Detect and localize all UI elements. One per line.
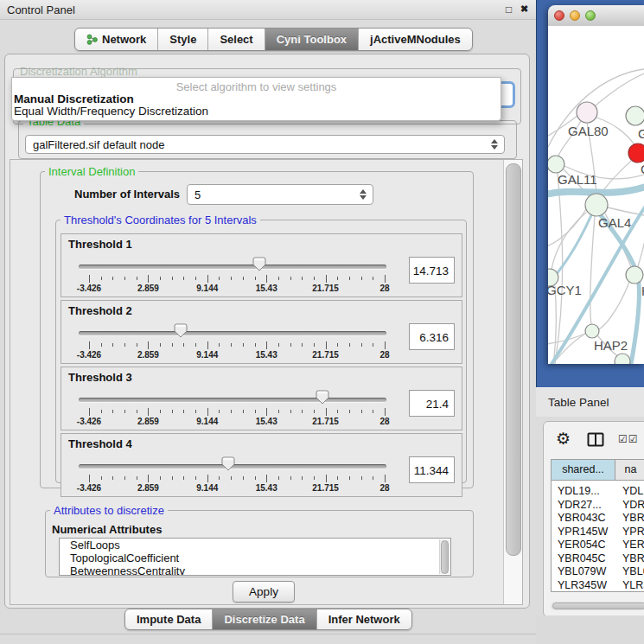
cell-shared-name[interactable]: YDL19... xyxy=(552,485,615,499)
cell-shared-name[interactable]: YBL079W xyxy=(552,565,615,579)
network-canvas[interactable]: GAL80GACGAL11GAL4GCY1HHAP2 xyxy=(548,26,644,364)
horizontal-scrollbar[interactable] xyxy=(551,602,644,610)
network-window-titlebar[interactable] xyxy=(548,5,644,27)
cell-name[interactable]: YPR1 xyxy=(615,526,644,539)
table-row[interactable]: YBL079WYBL0 xyxy=(552,565,644,579)
split-view-icon[interactable] xyxy=(587,432,604,450)
slider-thumb[interactable] xyxy=(220,456,236,472)
minor-tick xyxy=(361,277,362,280)
cell-name[interactable]: YDL1 xyxy=(615,485,644,499)
zoom-traffic-light[interactable] xyxy=(585,10,596,21)
threshold-value-field[interactable]: 21.4 xyxy=(409,390,455,417)
slider-thumb[interactable] xyxy=(315,390,330,405)
list-scrollbar[interactable] xyxy=(439,539,450,574)
network-node-green[interactable] xyxy=(585,324,599,338)
attribute-list-item[interactable]: SelfLoops xyxy=(60,539,450,552)
edge[interactable] xyxy=(590,216,595,325)
column-header-shared-name[interactable]: shared... xyxy=(552,460,615,480)
float-window-icon[interactable]: □ xyxy=(506,3,512,16)
cell-name[interactable]: YER0 xyxy=(615,539,644,552)
table-row[interactable]: YLR345WYLR3 xyxy=(552,579,644,593)
table-row[interactable]: YPR145WYPR1 xyxy=(552,526,644,539)
minor-tick xyxy=(195,343,196,347)
numerical-attributes-list[interactable]: SelfLoopsTopologicalCoefficientBetweenne… xyxy=(59,538,451,576)
network-node-green[interactable] xyxy=(626,266,643,284)
major-tick xyxy=(385,408,386,416)
minimize-traffic-light[interactable] xyxy=(570,10,580,21)
column-header-name[interactable]: na xyxy=(615,460,644,480)
horizontal-scrollbar-thumb[interactable] xyxy=(552,603,644,609)
thresholds-group-title: Threshold's Coordinates for 5 Intervals xyxy=(61,214,260,226)
tick-label: 2.859 xyxy=(122,417,174,426)
network-node-pink[interactable] xyxy=(577,102,597,123)
popup-option-manual-discretization[interactable]: Manual Discretization xyxy=(14,92,134,105)
tab-select[interactable]: Select xyxy=(207,29,264,50)
tab-jactivemnodules[interactable]: jActiveMNodules xyxy=(358,29,472,50)
cell-shared-name[interactable]: YBR045C xyxy=(552,552,615,566)
number-of-intervals-combo[interactable]: 5 xyxy=(187,184,373,205)
network-node-green[interactable] xyxy=(626,106,644,125)
cell-shared-name[interactable]: YDR27... xyxy=(552,499,615,513)
apply-button[interactable]: Apply xyxy=(233,581,295,603)
tick-label: 9.144 xyxy=(182,284,233,293)
popup-option-equal-width-frequency[interactable]: Equal Width/Frequency Discretization xyxy=(14,105,208,118)
slider-thumb[interactable] xyxy=(252,257,267,272)
close-traffic-light[interactable] xyxy=(554,10,564,21)
threshold-value-field[interactable]: 11.344 xyxy=(409,456,455,483)
major-tick xyxy=(148,341,149,349)
edge[interactable] xyxy=(548,209,586,246)
cell-name[interactable]: YLR3 xyxy=(615,579,644,593)
table-row[interactable]: YBR043CYBR0 xyxy=(552,512,644,526)
tab-label: jActiveMNodules xyxy=(370,29,461,50)
threshold-panel-3: Threshold 3-3.4262.8599.14415.4321.71528… xyxy=(61,367,462,430)
major-tick xyxy=(207,408,208,416)
attribute-list-item[interactable]: BetweennessCentrality xyxy=(60,564,450,576)
edge[interactable] xyxy=(638,244,644,266)
minor-tick xyxy=(231,410,232,413)
network-node-green[interactable] xyxy=(615,354,630,364)
gear-icon[interactable]: ⚙ xyxy=(556,429,571,449)
cell-name[interactable]: YBR0 xyxy=(615,512,644,526)
table-row[interactable]: YER054CYER0 xyxy=(552,539,644,552)
cell-name[interactable]: YBR0 xyxy=(615,552,644,566)
network-node-green[interactable] xyxy=(548,156,564,173)
cell-shared-name[interactable]: YBR043C xyxy=(552,512,615,526)
slider-track[interactable] xyxy=(79,265,386,269)
tab-discretize-data[interactable]: Discretize Data xyxy=(212,609,316,629)
network-node-red[interactable] xyxy=(628,143,644,163)
cell-shared-name[interactable]: YER054C xyxy=(552,539,615,552)
network-node-green[interactable] xyxy=(585,194,608,216)
cell-shared-name[interactable]: YPR145W xyxy=(552,526,615,539)
cell-name[interactable]: YBL0 xyxy=(615,565,644,579)
slider-track[interactable] xyxy=(79,331,386,335)
threshold-value-field[interactable]: 6.316 xyxy=(409,323,455,350)
slider-thumb[interactable] xyxy=(173,323,188,339)
slider-track[interactable] xyxy=(79,398,386,402)
cell-shared-name[interactable]: YLR345W xyxy=(552,579,615,593)
tick-label: 2.859 xyxy=(122,483,174,493)
edge[interactable] xyxy=(553,286,556,364)
close-icon[interactable]: ✖ xyxy=(520,3,528,15)
edge[interactable] xyxy=(596,73,644,105)
table-row[interactable]: YDL19...YDL1 xyxy=(552,485,644,499)
tick-label: 28 xyxy=(359,284,411,293)
tab-cyni-toolbox[interactable]: Cyni Toolbox xyxy=(265,29,358,50)
table-row[interactable]: YBR045CYBR0 xyxy=(552,552,644,566)
tab-infer-network[interactable]: Infer Network xyxy=(316,609,411,629)
table-row[interactable]: YDR27...YDR2 xyxy=(552,499,644,513)
checkbox-icons[interactable]: ☑☑ xyxy=(618,433,639,445)
tab-impute-data[interactable]: Impute Data xyxy=(125,609,212,629)
edge[interactable] xyxy=(599,282,629,329)
threshold-value-field[interactable]: 14.713 xyxy=(409,257,455,284)
attribute-list-item[interactable]: TopologicalCoefficient xyxy=(60,552,450,564)
cell-name[interactable]: YDR2 xyxy=(615,499,644,513)
vertical-scrollbar-thumb[interactable] xyxy=(506,163,521,556)
list-scrollbar-thumb[interactable] xyxy=(441,540,449,574)
table-data-combo[interactable]: galFiltered.sif default node xyxy=(25,135,505,154)
tab-style[interactable]: Style xyxy=(157,29,207,50)
minor-tick xyxy=(243,410,244,413)
stepper-arrows-icon xyxy=(360,189,367,200)
vertical-scrollbar[interactable] xyxy=(503,160,522,604)
tab-label: Impute Data xyxy=(137,609,201,629)
tab-network[interactable]: Network xyxy=(75,29,157,50)
